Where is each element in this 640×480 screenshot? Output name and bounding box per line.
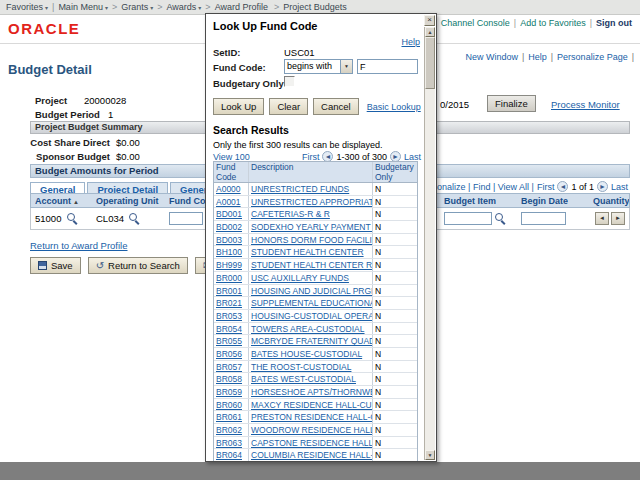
description-cell[interactable]: TOWERS AREA-CUSTODIAL [248,323,372,335]
description-cell[interactable]: MAXCY RESIDENCE HALL-CUSTODIAL [248,399,372,411]
header-link[interactable]: Channel Console [441,18,510,28]
fund-code-cell[interactable]: BR058 [214,373,248,385]
description-cell[interactable]: PRESTON RESIDENCE HALL-CUSTODI [248,411,372,423]
column-header-quantity[interactable]: Quantity [593,196,629,206]
description-cell[interactable]: HORSESHOE APTS/THORNWELL-CUSTO [248,386,372,398]
modal-scrollbar[interactable]: ▲ ▼ [424,27,435,460]
setid-value: USC01 [284,47,315,58]
fund-code-cell[interactable]: BR001 [214,285,248,297]
column-header-begin-date[interactable]: Begin Date [521,196,568,206]
description-cell[interactable]: STUDENT HEALTH CENTER [248,246,372,258]
operating-unit-value: CL034 [96,213,124,224]
description-cell[interactable]: UNRESTRICTED FUNDS [248,183,372,195]
breadcrumb-item[interactable]: Favorites▾ [6,2,48,12]
scroll-down-icon[interactable]: ▼ [425,450,435,460]
cancel-button[interactable]: Cancel [313,98,359,115]
grid-pager-first[interactable]: First [537,182,555,192]
table-row: BR055 MCBRYDE FRATERNITY QUAD-CUSTOD N [214,335,417,348]
description-cell[interactable]: WOODROW RESIDENCE HALL-CUSTODI [248,424,372,436]
fund-code-cell[interactable]: BD003 [214,234,248,246]
scroll-up-icon[interactable]: ▲ [425,27,435,37]
fund-code-cell[interactable]: BR056 [214,348,248,360]
fund-code-cell[interactable]: BH100 [214,246,248,258]
clear-button[interactable]: Clear [269,98,308,115]
fund-code-search-input[interactable] [357,59,418,74]
description-cell[interactable]: SODEXHO YEARLY PAYMENT NONCAPI [248,221,372,233]
column-header-budgetary-only[interactable]: Budgetary Only [372,162,417,182]
fund-code-cell[interactable]: A0000 [214,183,248,195]
description-cell[interactable]: THE ROOST-CUSTODIAL [248,361,372,373]
fund-code-cell[interactable]: BR063 [214,437,248,449]
description-cell[interactable]: HOUSING AND JUDICIAL PRGMS [248,285,372,297]
column-header-account[interactable]: Account▲ [35,196,79,206]
fund-code-cell[interactable]: BR062 [214,424,248,436]
description-cell[interactable]: COLUMBIA RESIDENCE HALL-CUSTOD [248,449,372,461]
basic-lookup-link[interactable]: Basic Lookup [367,102,421,112]
help-link[interactable]: Help [401,37,420,47]
budget-item-input[interactable] [444,212,492,225]
description-cell[interactable]: HOUSING-CUSTODIAL OPERATIONS [248,310,372,322]
utility-link[interactable]: Personalize Page [557,52,628,62]
column-header-fund-code[interactable]: Fund Code [214,162,248,182]
description-cell[interactable]: CAPSTONE RESIDENCE HALL-CUSTOD [248,437,372,449]
column-header-description[interactable]: Description [248,162,372,182]
account-lookup-icon[interactable] [67,213,78,224]
fund-code-cell[interactable]: BR055 [214,335,248,347]
description-cell[interactable]: MCBRYDE FRATERNITY QUAD-CUSTOD [248,335,372,347]
operator-select[interactable]: begins with ▼ [284,59,353,74]
breadcrumb-item[interactable]: Award Profile [215,2,270,12]
begin-date-input[interactable] [521,212,566,225]
breadcrumb-item[interactable]: Grants▾ [121,2,153,12]
description-cell[interactable]: CAFETERIAS-R & R [248,208,372,220]
save-button[interactable]: Save [30,257,81,274]
description-cell[interactable]: STUDENT HEALTH CENTER RESERVE [248,259,372,271]
grid-pager-next-icon[interactable]: ► [597,181,608,192]
fund-code-input[interactable] [169,212,203,225]
description-cell[interactable]: HONORS DORM FOOD FACILITY FEE [248,234,372,246]
return-to-award-profile-link[interactable]: Return to Award Profile [30,240,128,251]
description-cell[interactable]: UNRESTRICTED APPROPRIATED FUND [248,196,372,208]
description-cell[interactable]: BATES WEST-CUSTODIAL [248,373,372,385]
fund-code-cell[interactable]: BR054 [214,323,248,335]
breadcrumb-item[interactable]: Main Menu▾ [58,2,108,12]
column-header-budget-item[interactable]: Budget Item [444,196,496,206]
pager-first[interactable]: First [302,152,320,162]
fund-code-cell[interactable]: BR059 [214,386,248,398]
fund-code-cell[interactable]: BR057 [214,361,248,373]
budget-item-lookup-icon[interactable] [495,213,506,224]
look-up-button[interactable]: Look Up [213,98,264,115]
description-cell[interactable]: BATES HOUSE-CUSTODIAL [248,348,372,360]
fund-code-cell[interactable]: A0001 [214,196,248,208]
utility-link[interactable]: New Window [465,52,518,62]
fund-code-cell[interactable]: BR061 [214,411,248,423]
fund-code-cell[interactable]: BD001 [214,208,248,220]
pager-last[interactable]: Last [404,152,421,162]
process-monitor-link[interactable]: Process Monitor [551,99,620,110]
operating-unit-lookup-icon[interactable] [129,213,140,224]
grid-scroll-right-icon[interactable]: ► [611,212,625,225]
utility-link[interactable]: Help [528,52,547,62]
return-to-search-button[interactable]: ↺Return to Search [88,257,188,274]
breadcrumb-item[interactable]: Awards▾ [166,2,201,12]
fund-code-cell[interactable]: BD002 [214,221,248,233]
sign-out-link[interactable]: Sign out [596,18,632,28]
description-cell[interactable]: USC AUXILLARY FUNDS [248,272,372,284]
fund-code-cell[interactable]: BR053 [214,310,248,322]
budgetary-only-cell: N [372,348,417,360]
fund-code-cell[interactable]: BH999 [214,259,248,271]
fund-code-cell[interactable]: BR021 [214,297,248,309]
budgetary-only-checkbox[interactable] [284,76,295,87]
grid-scroll-left-icon[interactable]: ◄ [595,212,609,225]
grid-pager-last[interactable]: Last [611,182,628,192]
description-cell[interactable]: SUPPLEMENTAL EDUCATIONAL FEE [248,297,372,309]
fund-code-cell[interactable]: BR000 [214,272,248,284]
grid-pager-prev-icon[interactable]: ◄ [557,181,568,192]
breadcrumb-item[interactable]: Project Budgets [283,2,349,12]
fund-code-cell[interactable]: BR064 [214,449,248,461]
column-header-operating-unit[interactable]: Operating Unit [96,196,159,206]
header-link[interactable]: Add to Favorites [520,18,586,28]
close-icon[interactable]: × [424,15,435,26]
scrollbar-thumb[interactable] [425,37,435,89]
fund-code-cell[interactable]: BR060 [214,399,248,411]
finalize-button[interactable]: Finalize [487,95,536,112]
